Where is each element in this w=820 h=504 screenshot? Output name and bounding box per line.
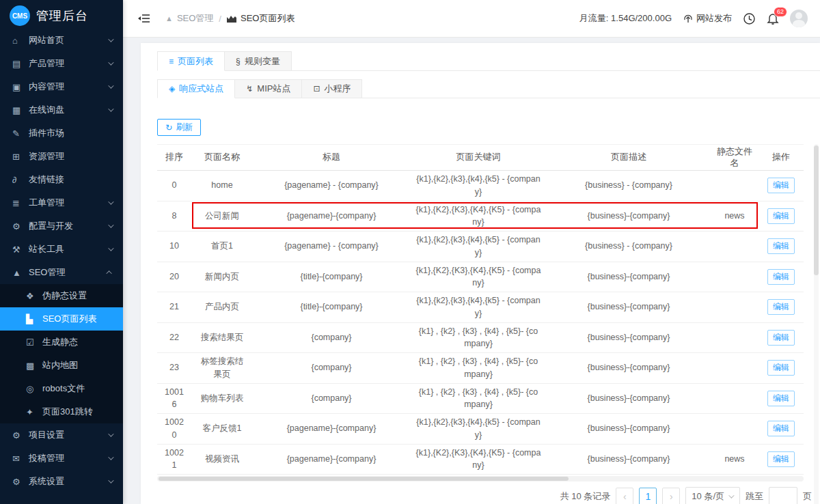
sidebar-menu: ⌂ 网站首页 ▤ 产品管理 ▣ 内容管理 ▦ 在线询盘 ✎ 插件市场	[0, 29, 123, 493]
horizontal-scrollbar[interactable]	[157, 476, 804, 481]
notification-button[interactable]: 62	[767, 12, 779, 25]
edit-button[interactable]: 编辑	[767, 208, 795, 224]
chevron-down-icon	[108, 199, 113, 204]
gear-icon: ⚙	[12, 221, 29, 232]
refresh-button[interactable]: ↻ 刷新	[157, 119, 201, 136]
warning-triangle-icon: ▲	[165, 14, 173, 23]
current-page-button[interactable]: 1	[639, 488, 657, 504]
col-page-name: 页面名称	[191, 145, 253, 171]
cms-logo: CMS	[10, 5, 30, 26]
sidebar-item-seo[interactable]: ▲ SEO管理	[0, 261, 123, 284]
jump-page-input[interactable]	[769, 487, 797, 504]
subtab-mip-site[interactable]: ↯ MIP站点	[235, 79, 302, 98]
breadcrumb-parent[interactable]: SEO管理	[177, 12, 213, 25]
table-row: 0 home {pagename} - {company} {k1},{k2},…	[157, 171, 804, 201]
rule-variable-icon: §	[236, 57, 241, 66]
inquiry-grid-icon: ▦	[12, 105, 29, 115]
document-icon: ≣	[12, 198, 29, 208]
lightning-icon: ↯	[246, 84, 253, 94]
sidebar-item-content[interactable]: ▣ 内容管理	[0, 75, 123, 98]
avatar[interactable]	[790, 10, 808, 27]
diamond-icon: ❖	[26, 291, 42, 301]
edit-button[interactable]: 编辑	[767, 238, 795, 254]
publish-site-button[interactable]: 网站发布	[683, 12, 732, 25]
col-description: 页面描述	[547, 145, 711, 171]
breadcrumb: ▲ SEO管理 / SEO页面列表	[165, 12, 295, 25]
next-page-button[interactable]: ›	[662, 488, 680, 504]
scrollbar-thumb[interactable]	[159, 477, 569, 481]
tab-rule-variables[interactable]: § 规则变量	[225, 51, 292, 71]
sidebar-item-submission[interactable]: ✉ 投稿管理	[0, 447, 123, 470]
sidebar-item-work-orders[interactable]: ≣ 工单管理	[0, 191, 123, 214]
sidebar-item-friend-links[interactable]: ∂ 友情链接	[0, 168, 123, 191]
sidebar-item-robots-file[interactable]: ◎ robots文件	[0, 377, 123, 400]
product-list-icon: ▤	[12, 59, 29, 69]
table-row: 10021 视频资讯 {pagename}-{company} {k1},{K2…	[157, 444, 804, 475]
per-page-select[interactable]: 10 条/页	[685, 487, 740, 504]
edit-button[interactable]: 编辑	[767, 178, 795, 193]
sidebar-item-seo-page-list[interactable]: ▙ SEO页面列表	[0, 307, 123, 331]
traffic-value: 1.54G/200.00G	[611, 13, 672, 23]
edit-button[interactable]: 编辑	[767, 421, 795, 436]
subtab-responsive-site[interactable]: ◈ 响应式站点	[157, 79, 235, 98]
sidebar-item-generate-static[interactable]: ☑ 生成静态	[0, 331, 123, 354]
top-header: ▲ SEO管理 / SEO页面列表 月流量: 1.54G/200.00G 网站发…	[123, 0, 820, 38]
main-area: ▲ SEO管理 / SEO页面列表 月流量: 1.54G/200.00G 网站发…	[123, 0, 820, 504]
table-row-highlighted: 8 公司新闻 {pagename}-{company} {k1},{K2},{K…	[157, 201, 804, 232]
home-icon: ⌂	[12, 36, 29, 46]
pin-icon: ✎	[12, 128, 29, 139]
collapse-sidebar-icon[interactable]	[138, 14, 150, 23]
sidebar-item-home[interactable]: ⌂ 网站首页	[0, 29, 123, 52]
edit-button[interactable]: 编辑	[767, 330, 795, 346]
edit-button[interactable]: 编辑	[767, 391, 795, 406]
table-row: 20 新闻内页 {title}-{company} {k1},{K2},{K3}…	[157, 262, 804, 292]
breadcrumb-separator: /	[219, 14, 221, 24]
edit-button[interactable]: 编辑	[767, 360, 795, 376]
edit-button[interactable]: 编辑	[767, 299, 795, 315]
vertical-scrollbar[interactable]	[814, 144, 819, 504]
col-sort: 排序	[157, 145, 191, 171]
edit-button[interactable]: 编辑	[767, 269, 795, 285]
table-row: 23 标签搜索结果页 {company} {k1} , {k2} , {k3} …	[157, 353, 804, 384]
chevron-down-icon	[108, 454, 113, 460]
sidebar-item-webmaster-tools[interactable]: ⚒ 站长工具	[0, 238, 123, 261]
col-title: 标题	[253, 145, 410, 171]
gears-icon: ⚒	[12, 244, 29, 255]
map-icon: ▩	[26, 361, 42, 371]
pagination: 共 10 条记录 ‹ 1 › 10 条/页 跳至 页	[157, 487, 820, 504]
sidebar-item-inquiry[interactable]: ▦ 在线询盘	[0, 98, 123, 122]
list-icon: ≡	[169, 57, 174, 66]
tag-icon: ✦	[26, 407, 42, 417]
sidebar-item-page-301[interactable]: ✦ 页面301跳转	[0, 400, 123, 423]
chevron-down-icon	[108, 59, 113, 65]
scrollbar-thumb[interactable]	[814, 145, 819, 275]
edit-button[interactable]: 编辑	[767, 451, 795, 467]
col-static-file: 静态文件名	[711, 145, 758, 171]
table-header-row: 排序 页面名称 标题 页面关键词 页面描述 静态文件名 操作	[157, 145, 804, 171]
sidebar-item-site-map[interactable]: ▩ 站内地图	[0, 354, 123, 377]
mini-program-icon: ⊡	[313, 84, 320, 94]
history-clock-icon	[743, 12, 756, 25]
sidebar-item-config-dev[interactable]: ⚙ 配置与开发	[0, 214, 123, 238]
sidebar-item-products[interactable]: ▤ 产品管理	[0, 52, 123, 75]
table-row: 10020 客户反馈1 {pagename}-{company} {k1},{k…	[157, 414, 804, 445]
history-button[interactable]	[743, 12, 756, 25]
tab-page-list[interactable]: ≡ 页面列表	[157, 51, 225, 71]
content-area: ≡ 页面列表 § 规则变量 ◈ 响应式站点 ↯	[123, 38, 820, 504]
page-unit-label: 页	[803, 490, 812, 503]
sidebar-item-system-settings[interactable]: ⚙ 系统设置	[0, 470, 123, 493]
sidebar-item-resources[interactable]: ⊞ 资源管理	[0, 145, 123, 168]
app-window: CMS 管理后台 ⌂ 网站首页 ▤ 产品管理 ▣ 内容管理 ▦ 在线询盘	[0, 0, 820, 504]
refresh-icon: ↻	[165, 122, 172, 132]
chevron-down-icon	[108, 106, 113, 111]
sidebar-item-project-settings[interactable]: ⚙ 项目设置	[0, 423, 123, 447]
sidebar-item-pseudo-static[interactable]: ❖ 伪静态设置	[0, 284, 123, 307]
chevron-down-icon	[108, 83, 113, 88]
checkbox-icon: ☑	[26, 337, 42, 348]
sidebar-item-plugin-market[interactable]: ✎ 插件市场	[0, 122, 123, 145]
seo-submenu: ❖ 伪静态设置 ▙ SEO页面列表 ☑ 生成静态 ▩ 站内地图 ◎ robo	[0, 284, 123, 423]
subtab-mini-program[interactable]: ⊡ 小程序	[302, 79, 362, 98]
prev-page-button[interactable]: ‹	[616, 488, 633, 504]
chevron-down-icon	[108, 222, 113, 227]
upload-icon	[683, 13, 694, 24]
